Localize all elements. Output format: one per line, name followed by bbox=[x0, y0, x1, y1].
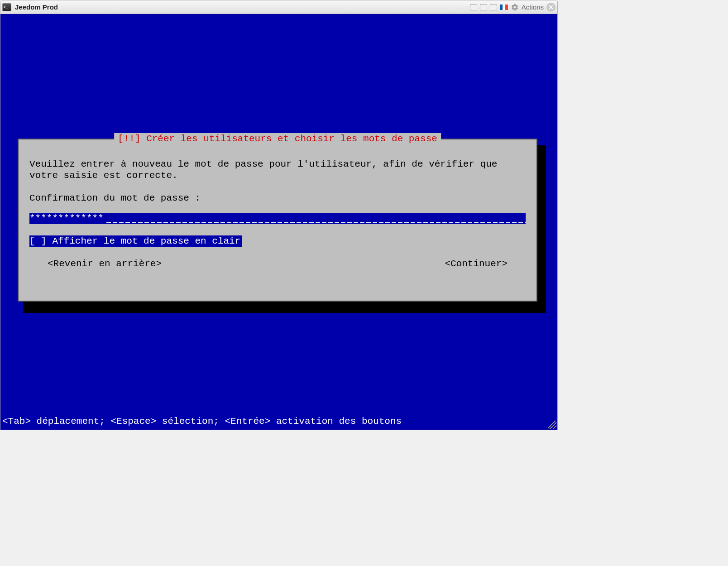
console-screen[interactable]: [!!] Créer les utilisateurs et choisir l… bbox=[0, 14, 557, 430]
installer-dialog: [!!] Créer les utilisateurs et choisir l… bbox=[18, 139, 537, 302]
dialog-prompt: Confirmation du mot de passe : bbox=[29, 192, 526, 204]
resize-grip-icon[interactable] bbox=[548, 421, 556, 429]
close-icon[interactable]: ✕ bbox=[546, 3, 556, 12]
password-confirm-input[interactable]: ************* bbox=[29, 213, 526, 224]
dialog-title: [!!] Créer les utilisateurs et choisir l… bbox=[114, 133, 441, 144]
dialog-instruction: Veuillez entrer à nouveau le mot de pass… bbox=[29, 158, 526, 181]
checkbox-state: [ ] bbox=[29, 236, 47, 246]
window-control-icon-1[interactable] bbox=[470, 4, 477, 10]
vm-console-window: Jeedom Prod Actions ✕ [!!] Créer les uti… bbox=[0, 0, 558, 430]
window-control-icon-2[interactable] bbox=[480, 4, 487, 10]
titlebar-right: Actions ✕ bbox=[470, 3, 556, 12]
terminal-icon bbox=[2, 3, 11, 11]
actions-menu-label[interactable]: Actions bbox=[522, 3, 544, 11]
flag-france-icon[interactable] bbox=[500, 5, 508, 10]
titlebar-left: Jeedom Prod bbox=[2, 3, 58, 11]
footer-help-text: <Tab> déplacement; <Espace> sélection; <… bbox=[2, 416, 402, 427]
dialog-nav: <Revenir en arrière> <Continuer> bbox=[29, 258, 526, 269]
continue-button[interactable]: <Continuer> bbox=[445, 258, 508, 269]
back-button[interactable]: <Revenir en arrière> bbox=[48, 258, 162, 269]
titlebar: Jeedom Prod Actions ✕ bbox=[0, 0, 557, 14]
input-underline bbox=[106, 213, 526, 224]
gear-icon[interactable] bbox=[511, 3, 519, 11]
checkbox-label: Afficher le mot de passe en clair bbox=[52, 236, 240, 246]
window-control-icon-3[interactable] bbox=[490, 4, 497, 10]
password-value: ************* bbox=[29, 213, 104, 224]
show-password-checkbox[interactable]: [ ] Afficher le mot de passe en clair bbox=[29, 235, 242, 247]
window-title: Jeedom Prod bbox=[15, 3, 58, 11]
